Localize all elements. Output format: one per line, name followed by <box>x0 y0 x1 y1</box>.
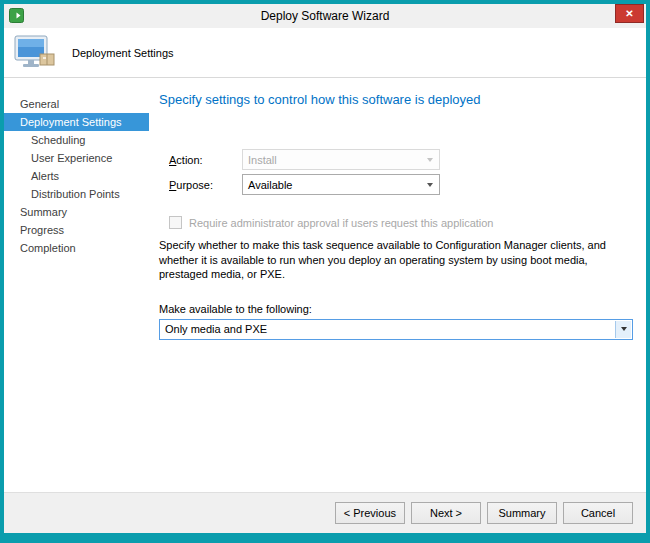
sidebar-item-scheduling[interactable]: Scheduling <box>4 131 149 149</box>
action-row: Action: Install <box>169 149 633 170</box>
content-pane: Specify settings to control how this sof… <box>149 78 646 492</box>
cancel-button[interactable]: Cancel <box>563 502 633 524</box>
sidebar-item-distribution-points[interactable]: Distribution Points <box>4 185 149 203</box>
purpose-value: Available <box>248 179 292 191</box>
purpose-row: Purpose: Available <box>169 174 633 195</box>
dropdown-arrow-icon <box>422 151 438 168</box>
close-icon: ✕ <box>625 8 633 19</box>
window-icon <box>9 8 24 23</box>
summary-button[interactable]: Summary <box>487 502 557 524</box>
computer-software-icon <box>14 35 56 71</box>
dropdown-arrow-icon <box>422 176 438 193</box>
sidebar-item-progress[interactable]: Progress <box>4 221 149 239</box>
wizard-header: Deployment Settings <box>4 28 646 78</box>
approval-checkbox-label: Require administrator approval if users … <box>189 217 494 229</box>
action-label: Action: <box>169 154 242 166</box>
dropdown-arrow-icon <box>615 321 631 338</box>
next-button[interactable]: Next > <box>411 502 481 524</box>
close-button[interactable]: ✕ <box>615 4 644 23</box>
sidebar-item-general[interactable]: General <box>4 95 149 113</box>
availability-description: Specify whether to make this task sequen… <box>159 238 633 282</box>
sidebar: General Deployment Settings Scheduling U… <box>4 78 149 492</box>
wizard-body: General Deployment Settings Scheduling U… <box>4 78 646 492</box>
sidebar-item-completion[interactable]: Completion <box>4 239 149 257</box>
window-title: Deploy Software Wizard <box>261 9 390 23</box>
previous-button[interactable]: < Previous <box>335 502 405 524</box>
approval-checkbox-row: Require administrator approval if users … <box>159 216 633 229</box>
page-heading: Specify settings to control how this sof… <box>159 92 633 107</box>
titlebar: Deploy Software Wizard ✕ <box>4 4 646 28</box>
approval-checkbox <box>169 216 182 229</box>
make-available-label: Make available to the following: <box>159 303 633 315</box>
deploy-software-wizard-window: Deploy Software Wizard ✕ Deployment Sett… <box>0 0 650 543</box>
make-available-value: Only media and PXE <box>165 323 267 335</box>
purpose-select[interactable]: Available <box>242 174 440 195</box>
purpose-label: Purpose: <box>169 179 242 191</box>
make-available-select[interactable]: Only media and PXE <box>159 319 633 340</box>
action-select: Install <box>242 149 440 170</box>
button-bar: < Previous Next > Summary Cancel <box>4 492 646 533</box>
sidebar-item-deployment-settings[interactable]: Deployment Settings <box>4 113 149 131</box>
sidebar-item-summary[interactable]: Summary <box>4 203 149 221</box>
settings-form: Action: Install Purpose: Available <box>159 149 633 195</box>
page-title: Deployment Settings <box>72 47 174 59</box>
sidebar-item-alerts[interactable]: Alerts <box>4 167 149 185</box>
action-value: Install <box>248 154 277 166</box>
sidebar-item-user-experience[interactable]: User Experience <box>4 149 149 167</box>
